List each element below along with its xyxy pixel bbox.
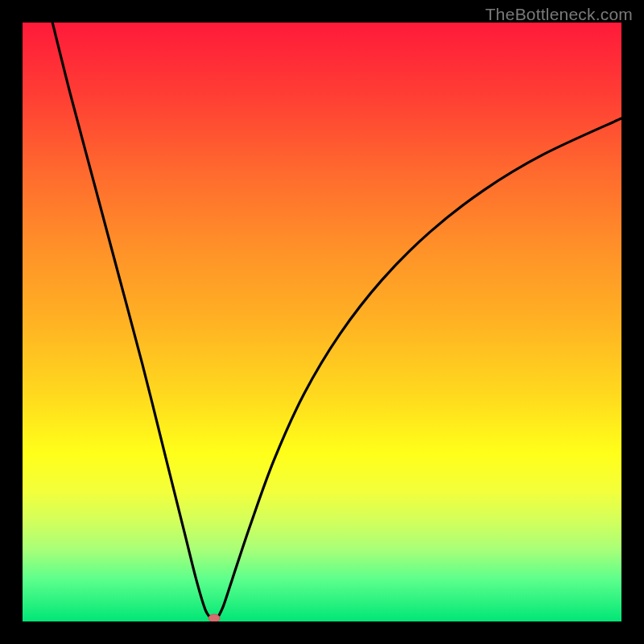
chart-frame: TheBottleneck.com bbox=[0, 0, 644, 644]
watermark-text: TheBottleneck.com bbox=[485, 5, 633, 24]
curve-layer bbox=[23, 23, 621, 621]
plot-area bbox=[23, 23, 621, 621]
bottleneck-curve bbox=[52, 23, 621, 621]
minimum-marker bbox=[208, 614, 220, 621]
